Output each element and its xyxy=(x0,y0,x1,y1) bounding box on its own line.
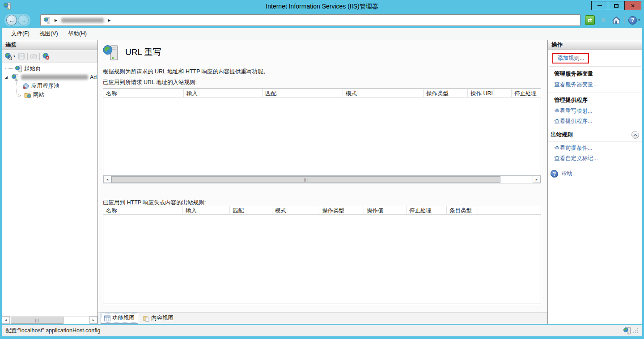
expander-open-icon[interactable]: ◢ xyxy=(4,75,9,80)
add-rule-link[interactable]: 添加规则... xyxy=(557,55,584,62)
highlight-box: 添加规则... xyxy=(552,53,589,64)
column-header-name[interactable]: 名称 xyxy=(103,89,184,97)
rename-button[interactable] xyxy=(30,53,37,60)
column-header-pattern[interactable]: 模式 xyxy=(343,89,424,97)
column-header-input[interactable]: 输入 xyxy=(184,89,263,97)
inbound-table-body[interactable] xyxy=(103,97,541,175)
help-row: ? 帮助 xyxy=(548,164,642,178)
view-rewrite-maps-link[interactable]: 查看重写映射... xyxy=(554,107,592,115)
resize-grip[interactable] xyxy=(633,328,639,334)
refresh-button[interactable]: ⇄ xyxy=(585,15,595,25)
view-server-variables-link[interactable]: 查看服务器变量... xyxy=(554,81,598,89)
disconnect-button[interactable] xyxy=(42,52,50,60)
view-custom-tags-link[interactable]: 查看自定义标记... xyxy=(554,155,598,162)
scrollbar-thumb[interactable]: ||| xyxy=(11,317,64,324)
rename-icon xyxy=(30,53,37,60)
menu-view[interactable]: 视图(V) xyxy=(35,28,62,39)
view-tabs-bar: 功能视图 内容视图 xyxy=(98,312,547,324)
scroll-left-icon[interactable]: ◄ xyxy=(2,316,10,324)
outbound-table-header: 名称 输入 匹配 模式 操作类型 操作值 停止处理 条目类型 xyxy=(103,206,541,215)
sites-folder-icon xyxy=(24,92,31,99)
help-icon: ? xyxy=(628,16,637,25)
menu-file[interactable]: 文件(F) xyxy=(7,28,34,39)
help-menu-button[interactable]: ? ▼ xyxy=(628,16,640,25)
collapse-button[interactable] xyxy=(631,131,639,139)
dropdown-icon: ▼ xyxy=(638,19,640,21)
column-header-name[interactable]: 名称 xyxy=(103,206,183,214)
breadcrumb[interactable]: ▶ ▶ xyxy=(40,14,580,26)
inbound-table-hscrollbar[interactable]: ◄ ||| ► xyxy=(103,175,541,183)
tree-item-app-pools[interactable]: 应用程序池 xyxy=(22,82,59,90)
stop-button[interactable]: ✕ xyxy=(598,15,608,25)
server-icon xyxy=(12,74,19,81)
column-header-action-url[interactable]: 操作 URL xyxy=(468,89,512,97)
column-header-entry-type[interactable]: 条目类型 xyxy=(447,206,478,214)
maximize-icon xyxy=(614,4,619,8)
expander-closed-icon[interactable]: ▷ xyxy=(18,93,22,97)
column-header-pattern[interactable]: 模式 xyxy=(272,206,319,214)
view-preconditions-link[interactable]: 查看前提条件... xyxy=(554,144,592,152)
menu-bar: 文件(F) 视图(V) 帮助(H) xyxy=(2,28,642,40)
connections-toolbar: ▼ xyxy=(2,50,97,62)
home-button[interactable] xyxy=(612,16,621,24)
tab-features-view[interactable]: 功能视图 xyxy=(101,313,138,324)
minimize-button[interactable] xyxy=(591,1,608,10)
column-header-action-type[interactable]: 操作类型 xyxy=(319,206,364,214)
close-button[interactable]: ✕ xyxy=(624,1,641,10)
column-header-input[interactable]: 输入 xyxy=(183,206,230,214)
window-title: Internet Information Services (IIS)管理器 xyxy=(0,3,644,11)
feature-description: 根据规则为所请求的 URL 地址和 HTTP 响应的内容提供重写功能。 xyxy=(103,68,269,76)
outbound-table-body[interactable] xyxy=(103,215,541,304)
tree-item-server[interactable]: ◢ Ad xyxy=(4,73,97,81)
save-icon xyxy=(18,53,25,60)
scrollbar-thumb[interactable]: ||| xyxy=(111,176,500,183)
column-header-match[interactable]: 匹配 xyxy=(230,206,272,214)
menu-help[interactable]: 帮助(H) xyxy=(64,28,91,39)
back-button[interactable]: ← xyxy=(6,15,17,25)
tree-item-label: 网站 xyxy=(33,91,44,99)
tab-content-view[interactable]: 内容视图 xyxy=(140,313,177,323)
column-header-action-type[interactable]: 操作类型 xyxy=(424,89,468,97)
inbound-table-header: 名称 输入 匹配 模式 操作类型 操作 URL 停止处理 xyxy=(103,89,541,97)
page-title: URL 重写 xyxy=(125,47,161,58)
inbound-rules-label: 已应用到所请求 URL 地址的入站规则: xyxy=(103,79,197,86)
group-title-outbound-rules: 出站规则 xyxy=(551,131,573,139)
tree-item-label: 起始页 xyxy=(24,65,41,72)
scroll-left-icon[interactable]: ◄ xyxy=(103,176,111,183)
stop-icon: ✕ xyxy=(601,17,606,24)
column-header-stop[interactable]: 停止处理 xyxy=(407,206,447,214)
actions-header: 操作 xyxy=(548,40,642,50)
column-header-match[interactable]: 匹配 xyxy=(263,89,343,97)
column-header-stop[interactable]: 停止处理 xyxy=(512,89,541,97)
tab-label: 功能视图 xyxy=(112,314,135,322)
tree-item-start-page[interactable]: 起始页 xyxy=(15,64,41,73)
scrollbar-track[interactable]: ||| xyxy=(10,316,89,324)
view-providers-link[interactable]: 查看提供程序... xyxy=(554,118,592,125)
address-bar-row: ← → ▶ ▶ ⇄ ✕ ? xyxy=(2,13,642,28)
scrollbar-track[interactable]: ||| xyxy=(111,176,533,183)
create-connection-button[interactable]: ▼ xyxy=(4,52,16,60)
forward-button[interactable]: → xyxy=(18,15,29,25)
back-icon: ← xyxy=(9,17,15,24)
connections-tree: 起始页 ◢ Ad 应用程序池 xyxy=(2,63,97,316)
breadcrumb-arrow-icon: ▶ xyxy=(108,18,110,22)
outbound-rules-table: 名称 输入 匹配 模式 操作类型 操作值 停止处理 条目类型 xyxy=(103,206,541,304)
address-toolbar: ⇄ ✕ ? ▼ xyxy=(585,15,640,25)
tree-line xyxy=(5,68,15,69)
tree-item-sites[interactable]: ▷ 网站 xyxy=(18,91,44,99)
maximize-button[interactable] xyxy=(608,1,625,10)
scroll-right-icon[interactable]: ► xyxy=(89,316,97,324)
toolbar-separator xyxy=(624,16,625,24)
status-text: 配置:"localhost" applicationHost.config xyxy=(5,327,100,335)
connections-hscrollbar[interactable]: ◄ ||| ► xyxy=(2,316,97,324)
help-icon: ? xyxy=(551,170,558,178)
help-link[interactable]: 帮助 xyxy=(561,170,572,178)
connect-globe-icon xyxy=(4,52,12,60)
column-header-action-value[interactable]: 操作值 xyxy=(364,206,407,214)
group-title-providers: 管理提供程序 xyxy=(548,93,642,106)
chevron-up-icon xyxy=(633,134,637,136)
status-bar: 配置:"localhost" applicationHost.config xyxy=(2,325,642,336)
forward-icon: → xyxy=(21,17,26,24)
save-connection-button[interactable] xyxy=(18,53,25,60)
scroll-right-icon[interactable]: ► xyxy=(533,176,541,183)
